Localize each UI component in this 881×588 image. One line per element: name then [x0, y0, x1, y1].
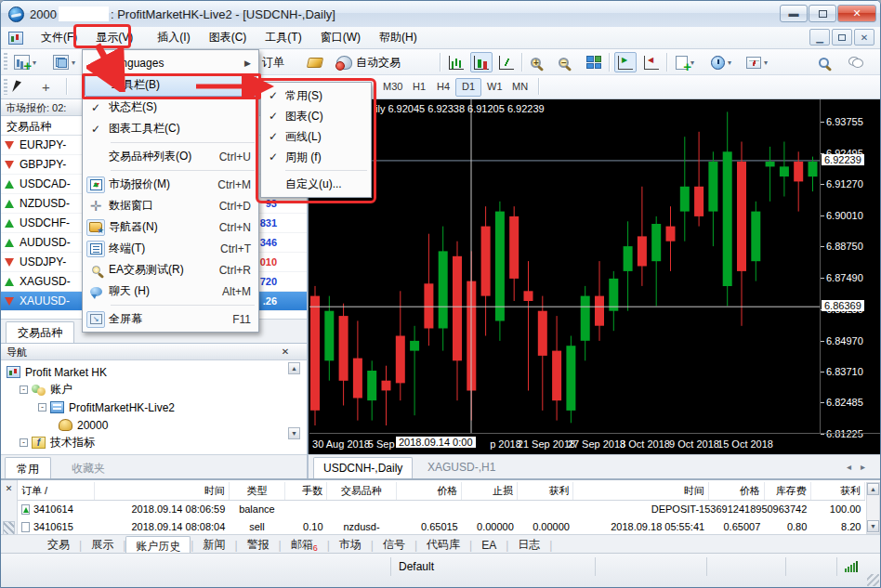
tree-item-account-number[interactable]: 20000: [7, 416, 307, 434]
toolbar-grip[interactable]: [4, 53, 7, 71]
terminal-close-icon[interactable]: ✕: [3, 483, 15, 495]
zoom-in-button[interactable]: +: [527, 52, 545, 72]
data-folder-button[interactable]: [304, 52, 326, 72]
terminal-scrollbar[interactable]: ▲ ▼: [866, 482, 880, 534]
candlestick-button[interactable]: [470, 52, 493, 72]
period-d1-button[interactable]: D1: [455, 78, 481, 97]
tab-signals[interactable]: 信号: [374, 535, 414, 555]
mdi-restore-button[interactable]: [832, 29, 852, 46]
title-bar[interactable]: 2000 : ProfitMarketHK-Live2 - [USDCNH-,D…: [1, 1, 881, 27]
menu-item-navigator[interactable]: 导航器(N)Ctrl+N: [83, 216, 258, 238]
tabs-scroll-left-icon[interactable]: ◂: [847, 462, 861, 472]
chart-plot-area[interactable]: ily 6.92045 6.92338 6.91205 6.92239: [309, 99, 820, 433]
navigator-close-icon[interactable]: ✕: [279, 346, 292, 358]
menu-help[interactable]: 帮助(H): [371, 27, 426, 48]
profiles-button[interactable]: ▾: [49, 52, 79, 72]
new-order-button[interactable]: 订单: [258, 52, 288, 72]
menu-tools[interactable]: 工具(T): [256, 27, 309, 48]
terminal-scroll-down[interactable]: ▼: [867, 520, 879, 532]
tab-codebase[interactable]: 代码库: [417, 535, 469, 555]
menu-item-chat[interactable]: 聊天 (H)Alt+M: [83, 281, 258, 302]
menu-item-charts-bar[interactable]: ✓图表工具栏(C): [83, 118, 258, 139]
collapse-icon[interactable]: -: [20, 438, 28, 447]
minimize-button[interactable]: ▬: [780, 5, 808, 22]
menu-item-symbols[interactable]: 交易品种列表(O)Ctrl+U: [83, 146, 258, 167]
submenu-item-customize[interactable]: 自定义(u)...: [261, 174, 371, 194]
tree-item-broker[interactable]: Profit Market HK: [7, 363, 307, 381]
templates-button[interactable]: ▾: [743, 52, 771, 72]
tab-trade[interactable]: 交易: [38, 535, 79, 555]
new-chart-button[interactable]: ▾: [10, 52, 40, 72]
resize-grip[interactable]: [867, 574, 879, 586]
autoscroll-button[interactable]: [614, 52, 637, 72]
table-row-trade[interactable]: 3410615 2018.09.14 08:08:04 sell 0.10 nz…: [18, 517, 865, 534]
tab-market[interactable]: 市场: [330, 535, 371, 555]
tile-windows-button[interactable]: [583, 52, 605, 72]
submenu-item-standard[interactable]: ✓常用(S): [261, 85, 371, 106]
chart-tab-usdcnh[interactable]: USDCNH-,Daily: [313, 457, 413, 479]
mdi-close-button[interactable]: ✕: [854, 29, 874, 46]
menu-item-terminal[interactable]: 终端(T)Ctrl+T: [83, 238, 258, 259]
date-tick-label: p 2018: [490, 438, 521, 450]
cursor-button[interactable]: [10, 77, 28, 98]
chart-window-icon[interactable]: [8, 32, 23, 45]
menu-item-languages[interactable]: Languages▶: [83, 52, 258, 73]
submenu-item-periodicity[interactable]: ✓周期 (f): [261, 147, 371, 167]
menu-item-market-watch[interactable]: 市场报价(M)Ctrl+M: [83, 174, 258, 195]
tab-exposure[interactable]: 展示: [82, 535, 123, 555]
toolbar-grip-2[interactable]: [4, 79, 7, 95]
periods-button[interactable]: ▾: [707, 52, 735, 72]
menu-view[interactable]: 显示(V): [87, 27, 141, 48]
price-axis[interactable]: 6.92239 6.86369 6.937556.924956.912706.9…: [820, 99, 879, 433]
terminal-scroll-up[interactable]: ▲: [867, 483, 879, 495]
menu-item-fullscreen[interactable]: ↘全屏幕F11: [83, 308, 258, 330]
restore-button[interactable]: [809, 5, 836, 22]
collapse-icon[interactable]: -: [20, 385, 28, 394]
date-axis[interactable]: 2018.09.14 0:00 30 Aug 20185 Sep 201811p…: [309, 433, 881, 454]
chat-button[interactable]: [845, 52, 867, 72]
navigator-scroll-down[interactable]: ▼: [288, 427, 300, 439]
zoom-out-button[interactable]: −: [555, 52, 572, 72]
tab-ea[interactable]: EA: [472, 537, 506, 554]
tabs-scroll-right-icon[interactable]: ▸: [861, 462, 874, 472]
menu-charts[interactable]: 图表(C): [201, 27, 256, 48]
tree-item-accounts[interactable]: -账户: [7, 381, 307, 399]
crosshair-button[interactable]: +: [38, 77, 54, 98]
submenu-item-charts[interactable]: ✓图表(C): [261, 106, 371, 126]
menu-insert[interactable]: 插入(I): [149, 27, 198, 48]
line-chart-button[interactable]: [495, 52, 518, 72]
period-h1-button[interactable]: H1: [406, 78, 432, 97]
period-mn-button[interactable]: MN: [506, 78, 534, 97]
tab-common[interactable]: 常用: [5, 457, 51, 479]
navigator-scroll-up[interactable]: ▲: [288, 362, 300, 374]
tab-journal[interactable]: 日志: [508, 535, 549, 555]
tab-symbols[interactable]: 交易品种: [6, 321, 74, 343]
menu-item-data-window[interactable]: ✛数据窗口Ctrl+D: [83, 195, 258, 216]
tree-item-indicators[interactable]: -f技术指标: [7, 434, 307, 451]
bar-chart-button[interactable]: [445, 52, 467, 72]
indicators-button[interactable]: ▾: [672, 52, 698, 72]
menu-file[interactable]: 文件(F): [33, 27, 85, 48]
close-button[interactable]: ✕: [837, 5, 876, 22]
period-h4-button[interactable]: H4: [430, 78, 456, 97]
menu-item-strategy-tester[interactable]: EA交易测试(R)Ctrl+R: [83, 259, 258, 281]
period-m30-button[interactable]: M30: [376, 78, 409, 97]
mdi-minimize-button[interactable]: ▁: [809, 29, 830, 46]
collapse-icon[interactable]: -: [38, 403, 46, 412]
submenu-item-line-studies[interactable]: ✓画线(L): [261, 126, 371, 147]
chart-tab-xagusd[interactable]: XAGUSD-,H1: [418, 457, 505, 479]
tab-news[interactable]: 新闻: [193, 535, 234, 555]
autotrade-button[interactable]: 自动交易: [333, 52, 404, 72]
tree-item-server[interactable]: -ProfitMarketHK-Live2: [7, 399, 307, 416]
table-header-row[interactable]: 订单 /时间 类型手数 交易品种价格 止损获利 时间价格 库存费获利: [18, 482, 865, 500]
menu-item-status-bar[interactable]: ✓状态栏(S): [83, 97, 258, 118]
search-button[interactable]: [815, 52, 833, 72]
tab-mailbox[interactable]: 邮箱6: [282, 535, 327, 555]
menu-item-toolbars[interactable]: 工具栏(B): [85, 73, 256, 97]
tab-favorites[interactable]: 收藏夹: [60, 457, 116, 479]
menu-window[interactable]: 窗口(W): [312, 27, 369, 48]
chart-shift-button[interactable]: [640, 52, 663, 72]
table-row-balance[interactable]: 3410614 2018.09.14 08:06:59 balance DEPO…: [18, 500, 865, 517]
tab-alerts[interactable]: 警报: [238, 535, 279, 555]
period-w1-button[interactable]: W1: [480, 78, 509, 97]
